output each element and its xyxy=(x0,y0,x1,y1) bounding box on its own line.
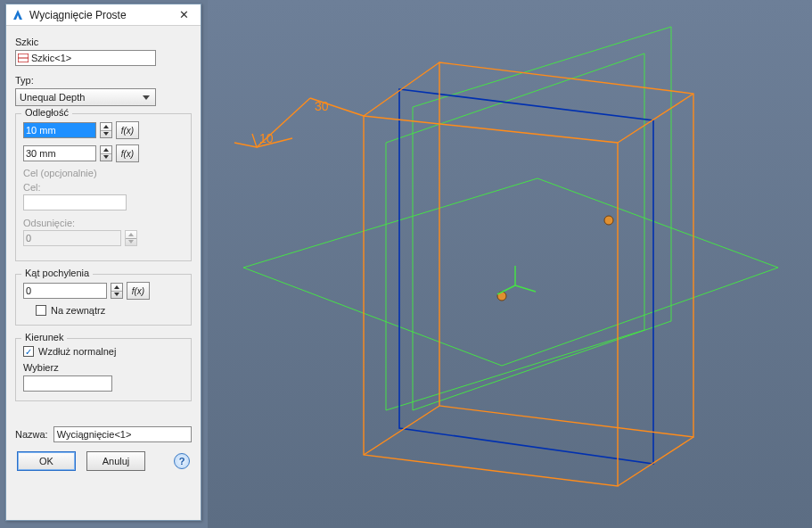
spinner-down-icon xyxy=(126,239,136,246)
spinner-up-icon xyxy=(111,284,122,292)
cel-label: Cel: xyxy=(23,182,184,193)
extrude-dialog: Wyciągnięcie Proste ✕ Szkic Szkic<1> Typ… xyxy=(5,4,201,521)
help-button[interactable]: ? xyxy=(174,453,190,469)
kat-legend: Kąt pochylenia xyxy=(21,268,93,278)
distance1-spinner[interactable] xyxy=(100,122,112,138)
szkic-label: Szkic xyxy=(15,37,192,47)
distance2-input[interactable]: 30 mm xyxy=(23,145,96,161)
svg-marker-1 xyxy=(413,27,671,410)
dialog-title: Wyciągnięcie Proste xyxy=(29,9,170,21)
dialog-titlebar[interactable]: Wyciągnięcie Proste ✕ xyxy=(6,4,201,26)
dim-30: 30 xyxy=(315,99,329,113)
svg-line-6 xyxy=(364,62,439,116)
spinner-up-icon xyxy=(101,146,111,154)
viewport-svg: 30 10 xyxy=(208,0,812,528)
spinner-up-icon xyxy=(126,231,136,239)
distance1-input[interactable]: 10 mm xyxy=(23,122,96,138)
app-logo-icon xyxy=(12,9,24,21)
anuluj-button[interactable]: Anuluj xyxy=(86,451,145,471)
svg-line-7 xyxy=(618,94,693,143)
kierunek-legend: Kierunek xyxy=(21,332,67,342)
kat-fx-button[interactable]: f(x) xyxy=(127,282,150,300)
kat-spinner[interactable] xyxy=(111,283,123,299)
wzdluz-checkbox[interactable]: ✓ Wzdłuż normalnej xyxy=(23,346,184,357)
app-root: 30 10 Wyciągnięcie Proste ✕ xyxy=(0,0,812,528)
close-icon: ✕ xyxy=(179,8,189,21)
nazwa-label: Nazwa: xyxy=(15,429,48,440)
checkbox-checked-icon: ✓ xyxy=(23,346,34,357)
kat-input[interactable]: 0 xyxy=(23,283,107,299)
distance1-fx-button[interactable]: f(x) xyxy=(116,121,139,139)
odleglosc-group: Odległość 10 mm f(x) 30 mm xyxy=(15,113,192,261)
distance2-spinner[interactable] xyxy=(100,145,112,161)
cel-legend: Cel (opcjonalnie) xyxy=(23,168,184,178)
nazwa-input[interactable]: Wyciągnięcie<1> xyxy=(53,426,192,442)
spinner-down-icon xyxy=(111,292,122,299)
typ-select[interactable]: Unequal Depth xyxy=(15,88,156,106)
distance2-fx-button[interactable]: f(x) xyxy=(116,144,139,162)
typ-value: Unequal Depth xyxy=(20,92,85,103)
sketch-icon xyxy=(18,54,29,62)
spinner-down-icon xyxy=(101,154,111,161)
svg-line-17 xyxy=(497,285,515,294)
dim-10: 10 xyxy=(259,131,274,145)
odleglosc-legend: Odległość xyxy=(21,107,72,118)
spinner-up-icon xyxy=(101,123,111,131)
szkic-value: Szkic<1> xyxy=(31,53,71,63)
wybierz-input[interactable] xyxy=(23,375,112,392)
odsuniecie-spinner xyxy=(125,230,137,246)
svg-line-9 xyxy=(364,406,439,455)
na-zewnatrz-checkbox[interactable]: Na zewnątrz xyxy=(36,305,184,316)
szkic-field[interactable]: Szkic<1> xyxy=(15,50,156,66)
svg-point-13 xyxy=(604,216,613,225)
kat-group: Kąt pochylenia 0 f(x) Na zewnątrz xyxy=(15,274,192,326)
svg-marker-2 xyxy=(386,54,644,410)
close-button[interactable]: ✕ xyxy=(170,6,197,24)
ok-button[interactable]: OK xyxy=(17,451,76,471)
wybierz-label: Wybierz xyxy=(23,362,184,373)
spinner-down-icon xyxy=(101,131,111,138)
checkbox-icon xyxy=(36,305,46,316)
svg-line-8 xyxy=(618,437,693,486)
viewport-3d[interactable]: 30 10 xyxy=(208,0,812,528)
typ-label: Typ: xyxy=(15,75,192,86)
odsuniecie-label: Odsunięcie: xyxy=(23,218,184,228)
cel-input xyxy=(23,194,127,210)
help-icon: ? xyxy=(179,456,185,466)
odsuniecie-input: 0 xyxy=(23,230,121,246)
svg-marker-0 xyxy=(243,178,778,366)
svg-line-16 xyxy=(515,285,536,292)
kierunek-group: Kierunek ✓ Wzdłuż normalnej Wybierz xyxy=(15,338,192,401)
